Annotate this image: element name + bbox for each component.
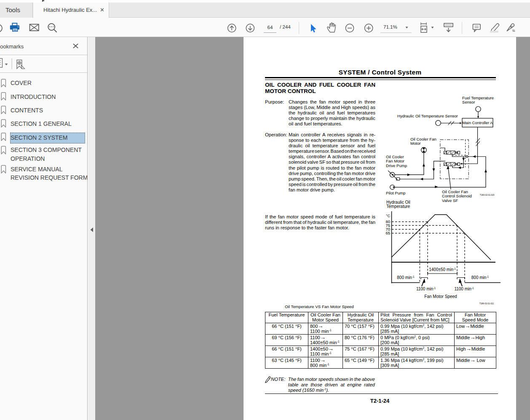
svg-text:1100 min-1: 1100 min-1 [454,287,474,292]
svg-text:Fuel Temperature: Fuel Temperature [462,96,494,100]
svg-text:Sensor: Sensor [462,100,475,104]
svg-text:T186-02-01-011: T186-02-01-011 [479,303,494,305]
svg-text:Fan Motor: Fan Motor [386,159,405,163]
svg-text:800 min-1: 800 min-1 [471,275,489,280]
svg-text:Drive Pump: Drive Pump [386,163,407,168]
svg-text:800 min-1: 800 min-1 [397,275,415,280]
svg-text:Valve SF: Valve SF [442,198,458,203]
svg-text:65: 65 [385,231,390,235]
svg-text:Pilot Pump: Pilot Pump [386,191,405,195]
svg-text:Oil Cooler Fan: Oil Cooler Fan [442,189,468,194]
svg-text:Fan Motor Speed: Fan Motor Speed [424,294,457,299]
svg-text:1400±50 min-1: 1400±50 min-1 [429,267,456,272]
svg-text:Control Solenoid: Control Solenoid [442,194,472,198]
svg-text:Main Controller A: Main Controller A [463,120,493,125]
svg-text:Oil Cooler: Oil Cooler [386,154,404,159]
svg-text:T183-02-01-015: T183-02-01-015 [480,194,495,196]
svg-text:Temperature: Temperature [386,204,410,209]
svg-text:Oil Cooler Fan: Oil Cooler Fan [410,137,436,141]
svg-text:Motor: Motor [410,141,421,146]
svg-text:°C: °C [386,214,391,218]
svg-text:1100 min-1: 1100 min-1 [416,287,436,292]
svg-text:Hydraulic Oil Temperature Sens: Hydraulic Oil Temperature Sensor [397,114,458,118]
